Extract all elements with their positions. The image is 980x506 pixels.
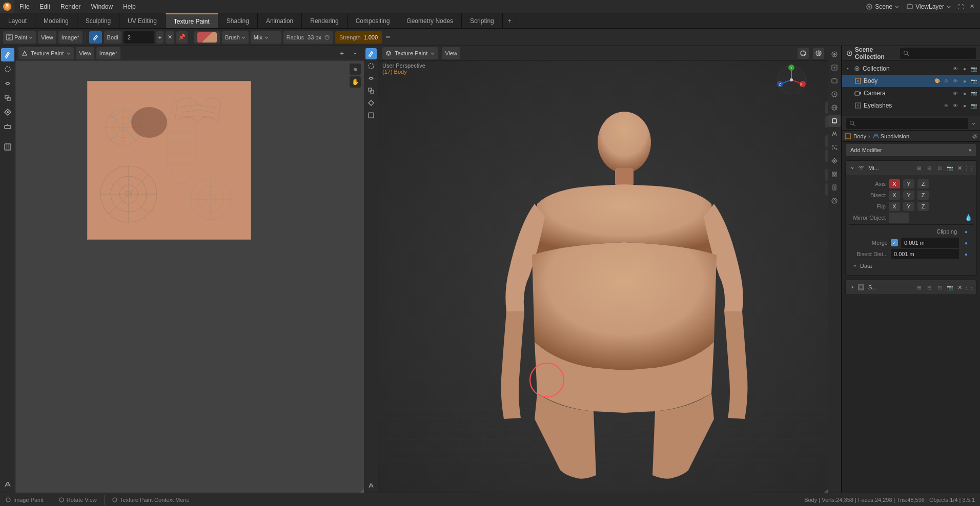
zoom-in-btn[interactable]: +	[825, 101, 828, 114]
brush-active-btn[interactable]	[89, 31, 102, 44]
modifier-subdiv-icon1[interactable]: ⊞	[915, 283, 923, 291]
edit-strength-icon[interactable]: ✏	[384, 33, 392, 41]
modifier-subdiv-expand[interactable]	[849, 285, 856, 289]
collection-render-icon[interactable]: 📷	[970, 65, 978, 73]
collection-eye-icon[interactable]: 👁	[951, 65, 959, 73]
props-output-tab[interactable]	[828, 61, 841, 74]
menu-window[interactable]: Window	[86, 0, 118, 13]
smear-tool-btn[interactable]	[1, 77, 14, 90]
modifier-subdiv-icon3[interactable]: ⊡	[935, 283, 944, 291]
modifier-subdiv-header[interactable]: S... ⊞ ⊟ ⊡ 📷 ✕ ⋮⋮	[846, 280, 976, 294]
bisect-x-btn[interactable]: X	[889, 191, 900, 200]
uv-panel-zoom-out[interactable]: -	[350, 48, 361, 59]
brush-color-swatch-left[interactable]	[197, 32, 217, 43]
tab-layout[interactable]: Layout	[0, 13, 35, 28]
bisect-animate-dot[interactable]: ●	[962, 250, 970, 258]
bisect-y-btn[interactable]: Y	[903, 191, 914, 200]
menu-help[interactable]: Help	[118, 0, 141, 13]
modifier-mirror-options[interactable]: ⋮⋮	[965, 164, 973, 172]
uv-canvas-area[interactable]: ⊕ ✋	[15, 60, 364, 493]
fill-tool-btn[interactable]	[1, 106, 14, 119]
props-scene-tab[interactable]	[828, 88, 841, 100]
strength-field-left[interactable]: Strength 1.000	[335, 31, 382, 44]
viewport-soften-tool[interactable]	[365, 60, 377, 72]
tab-shading[interactable]: Shading	[218, 13, 258, 28]
flip-z-btn[interactable]: Z	[917, 202, 929, 211]
props-search-input[interactable]	[846, 118, 968, 129]
brush-label-left[interactable]: Brush	[222, 31, 249, 44]
view-menu-left[interactable]: View	[38, 31, 56, 44]
menu-render[interactable]: Render	[55, 0, 86, 13]
draw-tool-btn[interactable]	[1, 48, 14, 61]
props-data-tab[interactable]	[828, 181, 841, 194]
xyz-nav-gizmo[interactable]: X Y Z	[776, 65, 807, 96]
erase-tool-btn[interactable]	[1, 120, 14, 133]
props-world-tab[interactable]	[828, 101, 841, 114]
eyelashes-select-icon[interactable]: ●	[961, 101, 969, 110]
uv-view-menu[interactable]: View	[76, 47, 94, 59]
props-material-tab[interactable]	[828, 195, 841, 207]
blender-logo[interactable]	[0, 0, 14, 13]
tab-animation[interactable]: Animation	[258, 13, 302, 28]
tab-texture-paint[interactable]: Texture Paint	[166, 13, 218, 28]
props-view-layer-tab[interactable]	[828, 75, 841, 87]
modifier-mirror-icon3[interactable]: ⊡	[935, 164, 944, 172]
tree-item-eyelashes[interactable]: Eyelashes ⊕ 👁 ● 📷	[842, 99, 980, 112]
scene-selector[interactable]: Scene ViewLayer	[862, 2, 955, 12]
uv-zoom-gizmo[interactable]: ⊕	[350, 64, 361, 75]
clipping-dot-icon[interactable]: ●	[962, 227, 970, 236]
viewport-shading-btn[interactable]	[813, 48, 824, 59]
eyelashes-eye-icon[interactable]: 👁	[951, 101, 959, 110]
merge-value[interactable]: 0.001 m	[901, 238, 959, 248]
viewport-mode-selector[interactable]: Texture Paint	[382, 47, 438, 59]
mask-tool-btn[interactable]	[1, 140, 14, 154]
uv-image-menu[interactable]: Image*	[96, 47, 120, 59]
viewport-resize-corner[interactable]	[824, 489, 828, 493]
eyelashes-constraint-icon[interactable]: ⊕	[942, 101, 950, 110]
modifier-mirror-icon4[interactable]: 📷	[946, 164, 954, 172]
viewport-overlay-btn[interactable]	[798, 48, 809, 59]
tab-modeling[interactable]: Modeling	[35, 13, 77, 28]
viewport-clone-tool[interactable]	[365, 85, 377, 96]
axis-z-btn[interactable]: Z	[917, 179, 929, 188]
collection-expand-arrow[interactable]	[844, 65, 851, 72]
viewport-3d[interactable]: Texture Paint View	[364, 46, 828, 493]
bisect-z-btn[interactable]: Z	[917, 191, 929, 200]
body-select-icon[interactable]: ●	[961, 77, 969, 85]
pan-btn[interactable]: ✋	[825, 135, 828, 147]
body-mode-icon[interactable]: 🎨	[933, 77, 941, 85]
axis-x-btn[interactable]: X	[889, 179, 900, 188]
modifier-subdiv-close[interactable]: ✕	[956, 284, 963, 291]
status-image-paint[interactable]: Image Paint	[5, 497, 44, 503]
props-particles-tab[interactable]	[828, 141, 841, 154]
eyelashes-render-icon[interactable]: 📷	[970, 101, 978, 110]
frame-btn[interactable]: ⊡	[825, 183, 828, 196]
menu-edit[interactable]: Edit	[34, 0, 55, 13]
search-dropdown-arrow[interactable]	[971, 121, 976, 126]
modifier-mirror-expand[interactable]	[849, 166, 856, 170]
camera-eye-icon[interactable]: 👁	[951, 89, 959, 97]
flip-y-btn[interactable]: Y	[903, 202, 914, 211]
viewport-annotate-btn[interactable]	[365, 479, 377, 491]
uv-mode-selector[interactable]: Texture Paint	[18, 47, 74, 59]
body-eye-icon[interactable]: 👁	[951, 77, 959, 85]
body-render-icon[interactable]: 📷	[970, 77, 978, 85]
mode-selector-left[interactable]: Paint	[3, 31, 36, 44]
merge-checkbox[interactable]: ✓	[891, 239, 898, 246]
status-rotate-view[interactable]: Rotate View	[58, 497, 97, 503]
modifier-mirror-icon2[interactable]: ⊟	[925, 164, 933, 172]
viewport-view-menu[interactable]: View	[442, 47, 460, 59]
tree-item-body[interactable]: Body 🎨 ⊕ 👁 ● 📷	[842, 75, 980, 87]
bisect-dist-value[interactable]: 0.001 m	[891, 249, 959, 259]
image-menu-left[interactable]: Image*	[58, 31, 83, 44]
modifier-mirror-icon1[interactable]: ⊞	[915, 164, 923, 172]
tab-compositing[interactable]: Compositing	[348, 13, 399, 28]
slot-remove[interactable]: ✕	[166, 31, 174, 44]
tab-uv-editing[interactable]: UV Editing	[119, 13, 166, 28]
object-name-left[interactable]: Bodi	[104, 31, 121, 44]
menu-file[interactable]: File	[14, 0, 34, 13]
props-object-tab[interactable]	[828, 115, 841, 127]
viewport-draw-tool[interactable]	[365, 48, 377, 59]
close-btn[interactable]: ✕	[967, 2, 977, 12]
clone-tool-btn[interactable]	[1, 91, 14, 104]
